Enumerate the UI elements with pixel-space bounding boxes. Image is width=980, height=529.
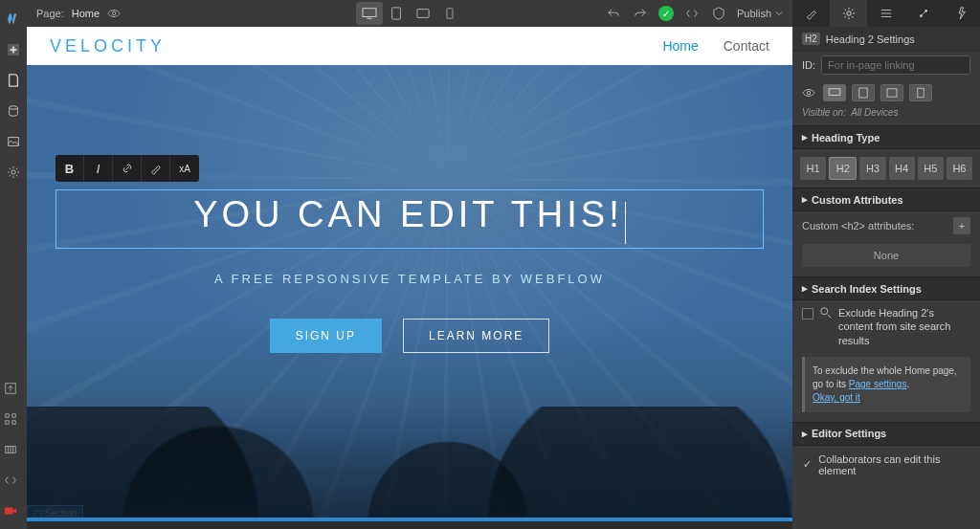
exclude-search-label: Exclude Heading 2's content from site se…	[838, 306, 970, 347]
signup-button[interactable]: SIGN UP	[270, 319, 382, 353]
section-editor[interactable]: ▸ Editor Settings	[792, 422, 980, 446]
nav-link-home[interactable]: Home	[662, 38, 698, 54]
section-search[interactable]: ▸ Search Index Settings	[792, 276, 980, 300]
link-button[interactable]	[113, 155, 142, 182]
svg-rect-18	[887, 89, 897, 97]
svg-rect-9	[392, 8, 401, 19]
page-settings-link[interactable]: Page settings	[849, 379, 907, 389]
htype-h1[interactable]: H1	[800, 157, 826, 180]
svg-point-12	[847, 11, 851, 15]
htype-h2[interactable]: H2	[829, 157, 857, 180]
svg-rect-17	[859, 88, 867, 98]
record-icon[interactable]	[4, 504, 23, 523]
exclude-search-checkbox[interactable]	[802, 308, 813, 320]
export-icon[interactable]	[4, 382, 23, 401]
redo-icon[interactable]	[632, 5, 649, 22]
cms-icon[interactable]	[4, 101, 23, 121]
device-mobile-icon[interactable]	[436, 2, 463, 25]
export-code-icon[interactable]	[683, 5, 701, 22]
xray-icon[interactable]	[4, 443, 23, 462]
undo-icon[interactable]	[605, 5, 622, 22]
svg-point-7	[112, 11, 116, 15]
nav-link-contact[interactable]: Contact	[724, 38, 769, 54]
learnmore-button[interactable]: LEARN MORE	[403, 319, 549, 353]
device-tablet-icon[interactable]	[383, 2, 410, 25]
add-element-icon[interactable]	[4, 40, 23, 59]
code-icon[interactable]	[4, 474, 23, 493]
audit-icon[interactable]	[710, 5, 727, 22]
preview-eye-icon[interactable]	[107, 7, 121, 20]
custom-attr-label: Custom <h2> attributes:	[802, 220, 914, 231]
hero-subhead: A FREE REPSONSIVE TEMPLATE BY WEBFLOW	[27, 272, 792, 286]
element-tag: H2	[802, 33, 820, 45]
webflow-logo-icon[interactable]	[4, 10, 23, 29]
vis-tablet-land-icon[interactable]	[880, 84, 903, 101]
pages-icon[interactable]	[4, 71, 23, 90]
htype-h5[interactable]: H5	[918, 157, 944, 180]
svg-point-15	[807, 91, 811, 95]
device-desktop-icon[interactable]	[356, 2, 383, 25]
htype-h4[interactable]: H4	[889, 157, 915, 180]
effects-tab-icon[interactable]	[943, 0, 980, 27]
add-attribute-button[interactable]: +	[953, 217, 970, 234]
svg-rect-19	[918, 88, 924, 98]
style-manager-tab-icon[interactable]	[867, 0, 904, 27]
svg-rect-10	[417, 10, 429, 18]
assets-icon[interactable]	[4, 132, 23, 151]
visibility-eye-icon[interactable]	[802, 86, 817, 99]
page-name[interactable]: Home	[72, 8, 100, 19]
headline-editable[interactable]: YOU CAN EDIT THIS!	[56, 189, 764, 249]
style-tab-icon[interactable]	[792, 0, 830, 27]
svg-point-1	[10, 106, 18, 110]
settings-tab-icon[interactable]	[830, 0, 867, 27]
panel-title: Heading 2 Settings	[826, 33, 915, 45]
rich-text-toolbar: B I xA	[56, 155, 199, 182]
hero-headline[interactable]: YOU CAN EDIT THIS!	[193, 194, 623, 234]
svg-rect-6	[5, 508, 13, 515]
htype-h6[interactable]: H6	[947, 157, 972, 180]
section-custom-attr[interactable]: ▸ Custom Attributes	[792, 187, 980, 211]
svg-rect-8	[363, 9, 376, 17]
svg-rect-16	[829, 89, 840, 96]
custom-attr-none: None	[802, 244, 970, 267]
id-label: ID:	[802, 59, 815, 71]
svg-rect-11	[447, 9, 453, 19]
brush-button[interactable]	[142, 155, 170, 182]
okay-got-it-link[interactable]: Okay, got it	[813, 392, 860, 403]
italic-button[interactable]: I	[84, 155, 113, 182]
publish-button[interactable]: Publish	[737, 8, 783, 19]
grid-icon[interactable]	[4, 412, 23, 431]
svg-point-3	[11, 170, 15, 174]
svg-point-20	[821, 308, 828, 315]
htype-h3[interactable]: H3	[859, 157, 885, 180]
page-label: Page:	[36, 8, 64, 19]
interactions-tab-icon[interactable]	[905, 0, 943, 27]
collab-checkbox[interactable]: ✓	[802, 459, 813, 471]
settings-icon[interactable]	[4, 163, 23, 182]
section-heading-type[interactable]: ▸ Heading Type	[792, 125, 980, 149]
id-input[interactable]	[821, 55, 970, 75]
saved-indicator-icon: ✓	[658, 6, 674, 21]
device-tablet-landscape-icon[interactable]	[410, 2, 436, 25]
vis-desktop-icon[interactable]	[823, 84, 846, 101]
vis-tablet-icon[interactable]	[852, 84, 875, 101]
search-icon-mag	[819, 306, 833, 320]
superscript-button[interactable]: xA	[170, 155, 199, 182]
bold-button[interactable]: B	[56, 155, 84, 182]
site-brand: VELOCITY	[50, 36, 166, 56]
collab-label: Collaborators can edit this element	[818, 453, 970, 476]
vis-mobile-icon[interactable]	[909, 84, 932, 101]
